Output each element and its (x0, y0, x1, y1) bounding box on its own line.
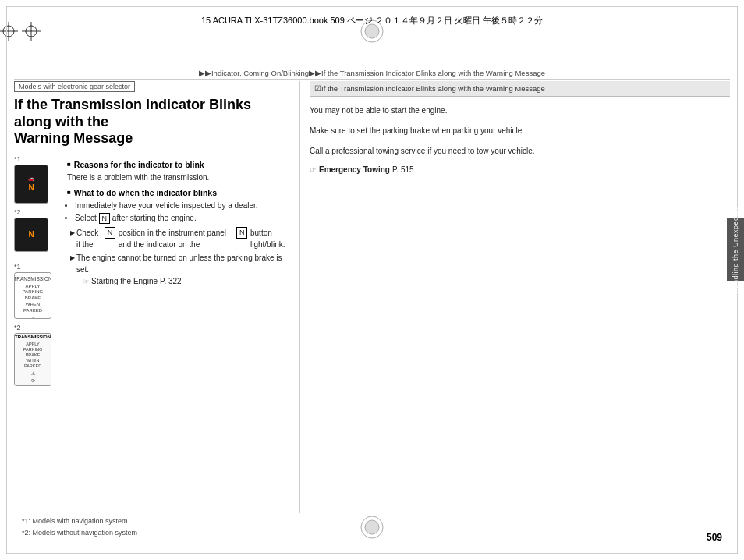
ref-link-engine: ☞ Starting the Engine P. 322 (83, 277, 285, 285)
breadcrumb: ▶▶Indicator, Coming On/Blinking▶▶If the … (14, 69, 730, 80)
left-panel: Models with electronic gear selector If … (14, 81, 295, 513)
warning-icon-2: [TRANSMISSION] APPLY PARKING BRAKE WHEN … (14, 333, 51, 386)
page-title: If the Transmission Indicator Blinks alo… (14, 97, 285, 147)
right-text-1: You may not be able to start the engine. (310, 105, 730, 117)
instrument-icon-2: N (14, 218, 48, 252)
images-column: *1 🚗 N *2 (14, 155, 59, 389)
ref-icon-2: ☞ (310, 165, 317, 174)
img1-label: *1 (14, 155, 21, 163)
ref-label-towing: Emergency Towing (319, 165, 390, 174)
footnote-1: *1: Models with navigation system (22, 516, 137, 526)
bullet-item-2: Select N after starting the engine. (75, 212, 285, 225)
image-item-4: *2 [TRANSMISSION] APPLY PARKING BRAKE WH… (14, 324, 59, 386)
page-number: 509 (707, 532, 722, 543)
right-panel: ☑If the Transmission Indicator Blinks al… (305, 81, 730, 513)
reasons-body: There is a problem with the transmission… (67, 172, 285, 183)
key-n-2: N (105, 227, 115, 239)
arrow-item-2: The engine cannot be turned on unless th… (70, 252, 285, 275)
what-to-do-heading: What to do when the indicator blinks (67, 188, 285, 197)
image-item-3: *1 Problem: [TRANSMISSION] APPLY PARKING… (14, 263, 59, 319)
file-info-header: 15 ACURA TLX-31TZ36000.book 509 ページ ２０１４… (22, 6, 722, 34)
right-text-3: Call a professional towing service if yo… (310, 145, 730, 158)
ref-page-towing: P. 515 (392, 165, 414, 174)
image-item-1: *1 🚗 N (14, 155, 59, 204)
footnotes: *1: Models with navigation system *2: Mo… (22, 516, 137, 538)
image-item-2: *2 N (14, 208, 59, 252)
bullet-list: Immediately have your vehicle inspected … (75, 200, 285, 225)
key-n-3: N (236, 227, 247, 239)
right-panel-header: ☑If the Transmission Indicator Blinks al… (310, 81, 730, 97)
key-n-1: N (99, 213, 111, 225)
side-tab: Handling the Unexpected (727, 218, 744, 281)
panel-divider (299, 81, 300, 513)
side-tab-text: Handling the Unexpected (732, 206, 739, 294)
arrow-item-1: Check if the N position in the instrumen… (70, 227, 285, 250)
warning-icon-1: Problem: [TRANSMISSION] APPLY PARKING BR… (14, 272, 51, 319)
model-tag: Models with electronic gear selector (14, 81, 135, 92)
right-text-2: Make sure to set the parking brake when … (310, 125, 730, 137)
img4-label: *2 (14, 324, 21, 331)
main-content: Models with electronic gear selector If … (14, 81, 730, 513)
bullet-item-1: Immediately have your vehicle inspected … (75, 200, 285, 211)
content-body: *1 🚗 N *2 (14, 155, 285, 389)
footnote-2: *2: Models without navigation system (22, 527, 137, 538)
img2-label: *2 (14, 208, 21, 216)
reasons-heading: Reasons for the indicator to blink (67, 160, 285, 169)
file-info-text: 15 ACURA TLX-31TZ36000.book 509 ページ ２０１４… (201, 15, 543, 27)
ref-icon-1: ☞ (83, 278, 89, 285)
instrument-icon-1: 🚗 N (14, 165, 48, 204)
ref-page-engine: P. 322 (160, 277, 182, 285)
ref-label-engine: Starting the Engine (91, 277, 158, 285)
img3-label: *1 (14, 263, 21, 271)
right-ref-towing: ☞ Emergency Towing P. 515 (310, 165, 730, 174)
text-column: Reasons for the indicator to blink There… (67, 155, 285, 389)
